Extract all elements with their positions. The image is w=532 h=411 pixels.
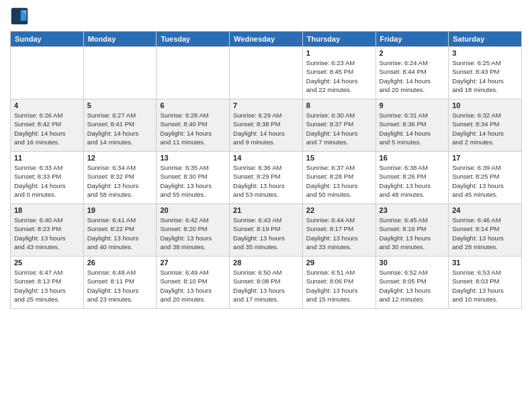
- day-cell-10: 10Sunrise: 6:32 AM Sunset: 8:34 PM Dayli…: [449, 99, 522, 152]
- day-info: Sunrise: 6:36 AM Sunset: 8:29 PM Dayligh…: [233, 163, 299, 199]
- day-number: 17: [452, 154, 518, 162]
- week-row-5: 25Sunrise: 6:47 AM Sunset: 8:13 PM Dayli…: [11, 257, 522, 309]
- week-row-4: 18Sunrise: 6:40 AM Sunset: 8:23 PM Dayli…: [11, 204, 522, 257]
- day-info: Sunrise: 6:30 AM Sunset: 8:37 PM Dayligh…: [306, 111, 372, 146]
- day-cell-7: 7Sunrise: 6:29 AM Sunset: 8:38 PM Daylig…: [230, 99, 303, 152]
- day-number: 28: [233, 259, 299, 267]
- empty-cell: [157, 47, 230, 99]
- day-info: Sunrise: 6:47 AM Sunset: 8:13 PM Dayligh…: [14, 268, 80, 304]
- day-cell-17: 17Sunrise: 6:39 AM Sunset: 8:25 PM Dayli…: [449, 152, 522, 204]
- day-number: 21: [233, 206, 299, 214]
- day-info: Sunrise: 6:44 AM Sunset: 8:17 PM Dayligh…: [306, 216, 372, 251]
- day-info: Sunrise: 6:28 AM Sunset: 8:40 PM Dayligh…: [160, 111, 226, 146]
- weekday-header-friday: Friday: [375, 32, 449, 47]
- day-info: Sunrise: 6:38 AM Sunset: 8:26 PM Dayligh…: [380, 163, 445, 199]
- day-cell-12: 12Sunrise: 6:34 AM Sunset: 8:32 PM Dayli…: [83, 152, 157, 204]
- day-number: 1: [306, 49, 372, 57]
- day-info: Sunrise: 6:35 AM Sunset: 8:30 PM Dayligh…: [160, 163, 226, 199]
- day-number: 18: [14, 206, 80, 214]
- day-info: Sunrise: 6:40 AM Sunset: 8:23 PM Dayligh…: [14, 216, 80, 251]
- day-cell-11: 11Sunrise: 6:33 AM Sunset: 8:33 PM Dayli…: [11, 152, 84, 204]
- day-number: 25: [14, 259, 80, 267]
- day-number: 12: [87, 154, 153, 162]
- weekday-header-row: SundayMondayTuesdayWednesdayThursdayFrid…: [11, 32, 522, 47]
- day-cell-1: 1Sunrise: 6:23 AM Sunset: 8:45 PM Daylig…: [302, 47, 375, 99]
- day-info: Sunrise: 6:52 AM Sunset: 8:05 PM Dayligh…: [380, 268, 445, 304]
- weekday-header-saturday: Saturday: [449, 32, 522, 47]
- empty-cell: [230, 47, 303, 99]
- day-cell-25: 25Sunrise: 6:47 AM Sunset: 8:13 PM Dayli…: [11, 257, 84, 309]
- day-cell-23: 23Sunrise: 6:45 AM Sunset: 8:16 PM Dayli…: [375, 204, 449, 257]
- day-info: Sunrise: 6:27 AM Sunset: 8:41 PM Dayligh…: [87, 111, 153, 146]
- day-info: Sunrise: 6:53 AM Sunset: 8:03 PM Dayligh…: [452, 268, 518, 304]
- day-number: 20: [160, 206, 226, 214]
- day-cell-27: 27Sunrise: 6:49 AM Sunset: 8:10 PM Dayli…: [157, 257, 230, 309]
- weekday-header-monday: Monday: [83, 32, 157, 47]
- day-cell-22: 22Sunrise: 6:44 AM Sunset: 8:17 PM Dayli…: [302, 204, 375, 257]
- day-info: Sunrise: 6:32 AM Sunset: 8:34 PM Dayligh…: [452, 111, 518, 146]
- day-cell-29: 29Sunrise: 6:51 AM Sunset: 8:06 PM Dayli…: [302, 257, 375, 309]
- day-number: 23: [380, 206, 445, 214]
- weekday-header-thursday: Thursday: [302, 32, 375, 47]
- day-cell-16: 16Sunrise: 6:38 AM Sunset: 8:26 PM Dayli…: [375, 152, 449, 204]
- week-row-3: 11Sunrise: 6:33 AM Sunset: 8:33 PM Dayli…: [11, 152, 522, 204]
- day-info: Sunrise: 6:37 AM Sunset: 8:28 PM Dayligh…: [306, 163, 372, 199]
- week-row-1: 1Sunrise: 6:23 AM Sunset: 8:45 PM Daylig…: [11, 47, 522, 99]
- day-number: 27: [160, 259, 226, 267]
- day-cell-9: 9Sunrise: 6:31 AM Sunset: 8:36 PM Daylig…: [375, 99, 449, 152]
- day-cell-26: 26Sunrise: 6:48 AM Sunset: 8:11 PM Dayli…: [83, 257, 157, 309]
- day-info: Sunrise: 6:26 AM Sunset: 8:42 PM Dayligh…: [14, 111, 80, 146]
- day-number: 13: [160, 154, 226, 162]
- day-info: Sunrise: 6:51 AM Sunset: 8:06 PM Dayligh…: [306, 268, 372, 304]
- day-number: 16: [380, 154, 445, 162]
- day-cell-6: 6Sunrise: 6:28 AM Sunset: 8:40 PM Daylig…: [157, 99, 230, 152]
- weekday-header-sunday: Sunday: [11, 32, 84, 47]
- day-number: 6: [160, 101, 226, 109]
- day-cell-20: 20Sunrise: 6:42 AM Sunset: 8:20 PM Dayli…: [157, 204, 230, 257]
- page: SundayMondayTuesdayWednesdayThursdayFrid…: [0, 0, 532, 411]
- empty-cell: [83, 47, 157, 99]
- logo: [10, 7, 32, 26]
- day-cell-13: 13Sunrise: 6:35 AM Sunset: 8:30 PM Dayli…: [157, 152, 230, 204]
- day-number: 14: [233, 154, 299, 162]
- day-number: 8: [306, 101, 372, 109]
- day-number: 9: [380, 101, 445, 109]
- day-cell-19: 19Sunrise: 6:41 AM Sunset: 8:22 PM Dayli…: [83, 204, 157, 257]
- day-info: Sunrise: 6:23 AM Sunset: 8:45 PM Dayligh…: [306, 58, 372, 94]
- day-info: Sunrise: 6:39 AM Sunset: 8:25 PM Dayligh…: [452, 163, 518, 199]
- day-number: 24: [452, 206, 518, 214]
- day-cell-14: 14Sunrise: 6:36 AM Sunset: 8:29 PM Dayli…: [230, 152, 303, 204]
- day-number: 5: [87, 101, 153, 109]
- day-number: 29: [306, 259, 372, 267]
- day-info: Sunrise: 6:49 AM Sunset: 8:10 PM Dayligh…: [160, 268, 226, 304]
- day-info: Sunrise: 6:43 AM Sunset: 8:19 PM Dayligh…: [233, 216, 299, 251]
- day-cell-4: 4Sunrise: 6:26 AM Sunset: 8:42 PM Daylig…: [11, 99, 84, 152]
- day-number: 11: [14, 154, 80, 162]
- day-number: 26: [87, 259, 153, 267]
- week-row-2: 4Sunrise: 6:26 AM Sunset: 8:42 PM Daylig…: [11, 99, 522, 152]
- empty-cell: [11, 47, 84, 99]
- weekday-header-wednesday: Wednesday: [230, 32, 303, 47]
- day-info: Sunrise: 6:25 AM Sunset: 8:43 PM Dayligh…: [452, 58, 518, 94]
- day-info: Sunrise: 6:45 AM Sunset: 8:16 PM Dayligh…: [380, 216, 445, 251]
- day-cell-31: 31Sunrise: 6:53 AM Sunset: 8:03 PM Dayli…: [449, 257, 522, 309]
- logo-icon: [10, 7, 29, 26]
- day-cell-18: 18Sunrise: 6:40 AM Sunset: 8:23 PM Dayli…: [11, 204, 84, 257]
- day-number: 22: [306, 206, 372, 214]
- header: [10, 7, 522, 26]
- day-info: Sunrise: 6:29 AM Sunset: 8:38 PM Dayligh…: [233, 111, 299, 146]
- day-cell-21: 21Sunrise: 6:43 AM Sunset: 8:19 PM Dayli…: [230, 204, 303, 257]
- day-number: 30: [380, 259, 445, 267]
- day-number: 15: [306, 154, 372, 162]
- day-info: Sunrise: 6:31 AM Sunset: 8:36 PM Dayligh…: [380, 111, 445, 146]
- day-number: 19: [87, 206, 153, 214]
- day-number: 10: [452, 101, 518, 109]
- day-info: Sunrise: 6:46 AM Sunset: 8:14 PM Dayligh…: [452, 216, 518, 251]
- calendar: SundayMondayTuesdayWednesdayThursdayFrid…: [10, 31, 522, 309]
- day-number: 2: [380, 49, 445, 57]
- day-info: Sunrise: 6:41 AM Sunset: 8:22 PM Dayligh…: [87, 216, 153, 251]
- day-info: Sunrise: 6:33 AM Sunset: 8:33 PM Dayligh…: [14, 163, 80, 199]
- weekday-header-tuesday: Tuesday: [157, 32, 230, 47]
- day-number: 31: [452, 259, 518, 267]
- day-cell-15: 15Sunrise: 6:37 AM Sunset: 8:28 PM Dayli…: [302, 152, 375, 204]
